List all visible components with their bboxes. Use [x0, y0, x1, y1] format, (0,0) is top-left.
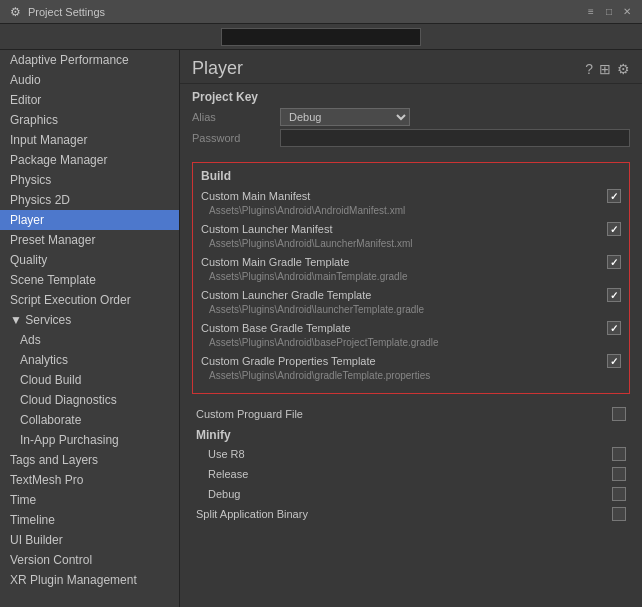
header-icons: ? ⊞ ⚙ — [585, 61, 630, 77]
title-bar: ⚙ Project Settings ≡ □ ✕ — [0, 0, 642, 24]
custom-proguard-checkbox[interactable] — [612, 407, 626, 421]
menu-button[interactable]: ≡ — [584, 5, 598, 19]
minify-item-checkbox[interactable] — [612, 487, 626, 501]
minify-item-label: Use R8 — [208, 448, 245, 460]
build-item-row: Custom Main Manifest — [201, 189, 621, 203]
sidebar-item-audio[interactable]: Audio — [0, 70, 179, 90]
build-item-label: Custom Launcher Gradle Template — [201, 289, 371, 301]
maximize-button[interactable]: □ — [602, 5, 616, 19]
sidebar-item-version-control[interactable]: Version Control — [0, 550, 179, 570]
sidebar-item-graphics[interactable]: Graphics — [0, 110, 179, 130]
sidebar-item-xr-plugin-management[interactable]: XR Plugin Management — [0, 570, 179, 590]
minify-title: Minify — [196, 428, 630, 442]
sidebar-item-editor[interactable]: Editor — [0, 90, 179, 110]
title-bar-controls: ≡ □ ✕ — [584, 5, 634, 19]
build-item-checkbox[interactable] — [607, 288, 621, 302]
build-item-path: Assets\Plugins\Android\AndroidManifest.x… — [201, 205, 621, 216]
build-item-label: Custom Gradle Properties Template — [201, 355, 376, 367]
password-row: Password — [192, 129, 630, 147]
search-input[interactable] — [221, 28, 421, 46]
build-item-label: Custom Main Manifest — [201, 190, 310, 202]
layout-icon[interactable]: ⊞ — [599, 61, 611, 77]
sidebar: Adaptive PerformanceAudioEditorGraphicsI… — [0, 50, 180, 607]
sidebar-item-physics-2d[interactable]: Physics 2D — [0, 190, 179, 210]
split-binary-checkbox[interactable] — [612, 507, 626, 521]
build-item-path: Assets\Plugins\Android\baseProjectTempla… — [201, 337, 621, 348]
build-item-checkbox[interactable] — [607, 222, 621, 236]
minify-item-checkbox[interactable] — [612, 467, 626, 481]
build-item-row: Custom Gradle Properties Template — [201, 354, 621, 368]
build-item-path: Assets\Plugins\Android\mainTemplate.grad… — [201, 271, 621, 282]
build-item-path: Assets\Plugins\Android\LauncherManifest.… — [201, 238, 621, 249]
sidebar-item-player[interactable]: Player — [0, 210, 179, 230]
build-item-checkbox[interactable] — [607, 354, 621, 368]
sidebar-item-cloud-build[interactable]: Cloud Build — [0, 370, 179, 390]
sidebar-item-analytics[interactable]: Analytics — [0, 350, 179, 370]
after-build-section: Custom Proguard File Minify Use R8Releas… — [180, 400, 642, 528]
alias-row: Alias Debug Release — [192, 108, 630, 126]
build-item-label: Custom Main Gradle Template — [201, 256, 349, 268]
minify-item-row: Debug — [192, 484, 630, 504]
sidebar-item-cloud-diagnostics[interactable]: Cloud Diagnostics — [0, 390, 179, 410]
build-item-path: Assets\Plugins\Android\gradleTemplate.pr… — [201, 370, 621, 381]
sidebar-item-script-execution-order[interactable]: Script Execution Order — [0, 290, 179, 310]
minify-item-label: Release — [208, 468, 248, 480]
sidebar-item-adaptive-performance[interactable]: Adaptive Performance — [0, 50, 179, 70]
build-item-row: Custom Main Gradle Template — [201, 255, 621, 269]
sidebar-item-collaborate[interactable]: Collaborate — [0, 410, 179, 430]
sidebar-item-in-app-purchasing[interactable]: In-App Purchasing — [0, 430, 179, 450]
title-bar-title: Project Settings — [28, 6, 584, 18]
build-item-checkbox[interactable] — [607, 321, 621, 335]
page-title: Player — [192, 58, 243, 79]
build-item-path: Assets\Plugins\Android\launcherTemplate.… — [201, 304, 621, 315]
custom-proguard-label: Custom Proguard File — [196, 408, 303, 420]
sidebar-item-physics[interactable]: Physics — [0, 170, 179, 190]
build-title: Build — [201, 169, 621, 183]
sidebar-item-input-manager[interactable]: Input Manager — [0, 130, 179, 150]
minify-item-checkbox[interactable] — [612, 447, 626, 461]
sidebar-item-time[interactable]: Time — [0, 490, 179, 510]
debug-select[interactable]: Debug Release — [280, 108, 410, 126]
app-icon: ⚙ — [8, 5, 22, 19]
sidebar-item-textmesh-pro[interactable]: TextMesh Pro — [0, 470, 179, 490]
sidebar-item-scene-template[interactable]: Scene Template — [0, 270, 179, 290]
build-item-label: Custom Base Gradle Template — [201, 322, 351, 334]
content-area: Player ? ⊞ ⚙ Project Key Alias Debug Rel… — [180, 50, 642, 607]
settings-icon[interactable]: ⚙ — [617, 61, 630, 77]
search-bar — [0, 24, 642, 50]
sidebar-item-timeline[interactable]: Timeline — [0, 510, 179, 530]
build-item-checkbox[interactable] — [607, 189, 621, 203]
minify-item-label: Debug — [208, 488, 240, 500]
sidebar-item-preset-manager[interactable]: Preset Manager — [0, 230, 179, 250]
alias-label: Alias — [192, 111, 272, 123]
help-icon[interactable]: ? — [585, 61, 593, 77]
main-layout: Adaptive PerformanceAudioEditorGraphicsI… — [0, 50, 642, 607]
minify-items: Use R8ReleaseDebug — [192, 444, 630, 504]
build-items: Custom Main ManifestAssets\Plugins\Andro… — [201, 189, 621, 381]
password-label: Password — [192, 132, 272, 144]
minify-item-row: Release — [192, 464, 630, 484]
build-item-label: Custom Launcher Manifest — [201, 223, 332, 235]
sidebar-item-package-manager[interactable]: Package Manager — [0, 150, 179, 170]
content-header: Player ? ⊞ ⚙ — [180, 50, 642, 84]
password-input[interactable] — [280, 129, 630, 147]
build-item-row: Custom Launcher Gradle Template — [201, 288, 621, 302]
sidebar-item-ads[interactable]: Ads — [0, 330, 179, 350]
sidebar-item-tags-and-layers[interactable]: Tags and Layers — [0, 450, 179, 470]
custom-proguard-row: Custom Proguard File — [192, 404, 630, 424]
project-key-label: Project Key — [192, 90, 630, 104]
minify-item-row: Use R8 — [192, 444, 630, 464]
build-item-row: Custom Launcher Manifest — [201, 222, 621, 236]
build-item-row: Custom Base Gradle Template — [201, 321, 621, 335]
split-binary-label: Split Application Binary — [196, 508, 308, 520]
sidebar-item-ui-builder[interactable]: UI Builder — [0, 530, 179, 550]
project-key-section: Project Key Alias Debug Release Password — [180, 84, 642, 156]
build-item-checkbox[interactable] — [607, 255, 621, 269]
split-binary-row: Split Application Binary — [192, 504, 630, 524]
build-section: Build Custom Main ManifestAssets\Plugins… — [192, 162, 630, 394]
sidebar-item-services[interactable]: ▼ Services — [0, 310, 179, 330]
sidebar-item-quality[interactable]: Quality — [0, 250, 179, 270]
close-button[interactable]: ✕ — [620, 5, 634, 19]
